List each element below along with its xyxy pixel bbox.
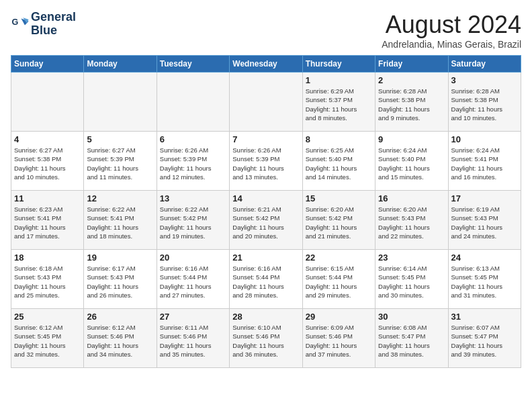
calendar-cell [230,73,302,132]
title-block: August 2024 Andrelandia, Minas Gerais, B… [382,11,521,50]
calendar-cell: 29Sunrise: 6:09 AM Sunset: 5:46 PM Dayli… [302,309,375,368]
calendar-week-row: 18Sunrise: 6:18 AM Sunset: 5:43 PM Dayli… [11,250,521,309]
day-number: 18 [14,253,81,263]
calendar-cell: 10Sunrise: 6:24 AM Sunset: 5:41 PM Dayli… [448,132,521,191]
day-number: 29 [306,312,372,322]
calendar-week-row: 11Sunrise: 6:23 AM Sunset: 5:41 PM Dayli… [11,191,521,250]
calendar-cell: 9Sunrise: 6:24 AM Sunset: 5:40 PM Daylig… [375,132,448,191]
day-number: 4 [14,134,81,144]
calendar-cell: 2Sunrise: 6:28 AM Sunset: 5:38 PM Daylig… [375,73,448,132]
day-info: Sunrise: 6:16 AM Sunset: 5:44 PM Dayligh… [160,264,226,300]
calendar-cell [11,73,84,132]
calendar-cell: 30Sunrise: 6:08 AM Sunset: 5:47 PM Dayli… [375,309,448,368]
day-of-week-header: Wednesday [230,56,302,73]
day-number: 26 [87,312,153,322]
days-of-week-row: SundayMondayTuesdayWednesdayThursdayFrid… [11,56,521,73]
day-number: 24 [451,253,518,263]
day-of-week-header: Saturday [448,56,521,73]
day-info: Sunrise: 6:11 AM Sunset: 5:46 PM Dayligh… [160,323,226,359]
day-info: Sunrise: 6:26 AM Sunset: 5:39 PM Dayligh… [160,146,226,181]
calendar-cell [84,73,157,132]
day-number: 11 [14,193,81,203]
day-number: 19 [87,253,153,263]
day-info: Sunrise: 6:28 AM Sunset: 5:38 PM Dayligh… [451,87,518,122]
calendar-cell: 19Sunrise: 6:17 AM Sunset: 5:43 PM Dayli… [84,250,157,309]
day-info: Sunrise: 6:07 AM Sunset: 5:47 PM Dayligh… [451,323,518,359]
day-number: 6 [160,134,226,144]
day-number: 20 [160,253,226,263]
day-info: Sunrise: 6:14 AM Sunset: 5:45 PM Dayligh… [378,264,445,300]
day-info: Sunrise: 6:24 AM Sunset: 5:41 PM Dayligh… [451,146,518,181]
day-of-week-header: Friday [375,56,448,73]
calendar-table: SundayMondayTuesdayWednesdayThursdayFrid… [11,55,521,368]
calendar-cell: 26Sunrise: 6:12 AM Sunset: 5:46 PM Dayli… [84,309,157,368]
day-number: 12 [87,193,153,203]
day-info: Sunrise: 6:27 AM Sunset: 5:38 PM Dayligh… [14,146,81,181]
day-number: 14 [232,193,299,203]
day-info: Sunrise: 6:24 AM Sunset: 5:40 PM Dayligh… [378,146,445,181]
day-info: Sunrise: 6:18 AM Sunset: 5:43 PM Dayligh… [14,264,81,300]
day-number: 7 [232,134,299,144]
calendar-cell: 13Sunrise: 6:22 AM Sunset: 5:42 PM Dayli… [157,191,229,250]
day-info: Sunrise: 6:09 AM Sunset: 5:46 PM Dayligh… [306,323,372,359]
calendar-cell: 12Sunrise: 6:22 AM Sunset: 5:41 PM Dayli… [84,191,157,250]
calendar-cell: 18Sunrise: 6:18 AM Sunset: 5:43 PM Dayli… [11,250,84,309]
day-number: 21 [232,253,299,263]
calendar-cell: 5Sunrise: 6:27 AM Sunset: 5:39 PM Daylig… [84,132,157,191]
calendar-cell: 8Sunrise: 6:25 AM Sunset: 5:40 PM Daylig… [302,132,375,191]
calendar-cell: 27Sunrise: 6:11 AM Sunset: 5:46 PM Dayli… [157,309,229,368]
day-info: Sunrise: 6:23 AM Sunset: 5:41 PM Dayligh… [14,205,81,240]
day-of-week-header: Thursday [302,56,375,73]
day-info: Sunrise: 6:17 AM Sunset: 5:43 PM Dayligh… [87,264,153,300]
calendar-cell: 7Sunrise: 6:26 AM Sunset: 5:39 PM Daylig… [230,132,302,191]
calendar-week-row: 25Sunrise: 6:12 AM Sunset: 5:45 PM Dayli… [11,309,521,368]
page-header: G General Blue August 2024 Andrelandia, … [11,11,521,50]
calendar-cell: 24Sunrise: 6:13 AM Sunset: 5:45 PM Dayli… [448,250,521,309]
calendar-cell: 16Sunrise: 6:20 AM Sunset: 5:43 PM Dayli… [375,191,448,250]
logo-text: General Blue [31,11,76,38]
day-info: Sunrise: 6:12 AM Sunset: 5:46 PM Dayligh… [87,323,153,359]
calendar-cell: 4Sunrise: 6:27 AM Sunset: 5:38 PM Daylig… [11,132,84,191]
calendar-cell: 22Sunrise: 6:15 AM Sunset: 5:44 PM Dayli… [302,250,375,309]
calendar-cell: 1Sunrise: 6:29 AM Sunset: 5:37 PM Daylig… [302,73,375,132]
day-number: 31 [451,312,518,322]
calendar-cell: 6Sunrise: 6:26 AM Sunset: 5:39 PM Daylig… [157,132,229,191]
calendar-cell: 14Sunrise: 6:21 AM Sunset: 5:42 PM Dayli… [230,191,302,250]
day-info: Sunrise: 6:20 AM Sunset: 5:43 PM Dayligh… [378,205,445,240]
logo-line2: Blue [31,24,76,38]
day-number: 3 [451,75,518,85]
logo-line1: General [31,11,76,24]
calendar-cell: 23Sunrise: 6:14 AM Sunset: 5:45 PM Dayli… [375,250,448,309]
calendar-cell: 28Sunrise: 6:10 AM Sunset: 5:46 PM Dayli… [230,309,302,368]
day-info: Sunrise: 6:25 AM Sunset: 5:40 PM Dayligh… [306,146,372,181]
day-info: Sunrise: 6:27 AM Sunset: 5:39 PM Dayligh… [87,146,153,181]
day-of-week-header: Monday [84,56,157,73]
day-info: Sunrise: 6:22 AM Sunset: 5:42 PM Dayligh… [160,205,226,240]
calendar-cell: 20Sunrise: 6:16 AM Sunset: 5:44 PM Dayli… [157,250,229,309]
day-number: 27 [160,312,226,322]
day-number: 23 [378,253,445,263]
calendar-body: 1Sunrise: 6:29 AM Sunset: 5:37 PM Daylig… [11,73,521,368]
location-subtitle: Andrelandia, Minas Gerais, Brazil [382,39,521,50]
day-info: Sunrise: 6:20 AM Sunset: 5:42 PM Dayligh… [306,205,372,240]
calendar-cell: 3Sunrise: 6:28 AM Sunset: 5:38 PM Daylig… [448,73,521,132]
calendar-cell [157,73,229,132]
day-number: 8 [306,134,372,144]
day-number: 5 [87,134,153,144]
logo: G General Blue [11,11,76,38]
month-title: August 2024 [382,11,521,39]
day-number: 25 [14,312,81,322]
calendar-week-row: 1Sunrise: 6:29 AM Sunset: 5:37 PM Daylig… [11,73,521,132]
svg-text:G: G [11,17,18,27]
calendar-cell: 11Sunrise: 6:23 AM Sunset: 5:41 PM Dayli… [11,191,84,250]
day-number: 22 [306,253,372,263]
day-number: 30 [378,312,445,322]
day-info: Sunrise: 6:10 AM Sunset: 5:46 PM Dayligh… [232,323,299,359]
day-number: 1 [306,75,372,85]
day-number: 13 [160,193,226,203]
day-info: Sunrise: 6:29 AM Sunset: 5:37 PM Dayligh… [306,87,372,122]
day-number: 28 [232,312,299,322]
day-info: Sunrise: 6:26 AM Sunset: 5:39 PM Dayligh… [232,146,299,181]
day-info: Sunrise: 6:15 AM Sunset: 5:44 PM Dayligh… [306,264,372,300]
day-info: Sunrise: 6:08 AM Sunset: 5:47 PM Dayligh… [378,323,445,359]
